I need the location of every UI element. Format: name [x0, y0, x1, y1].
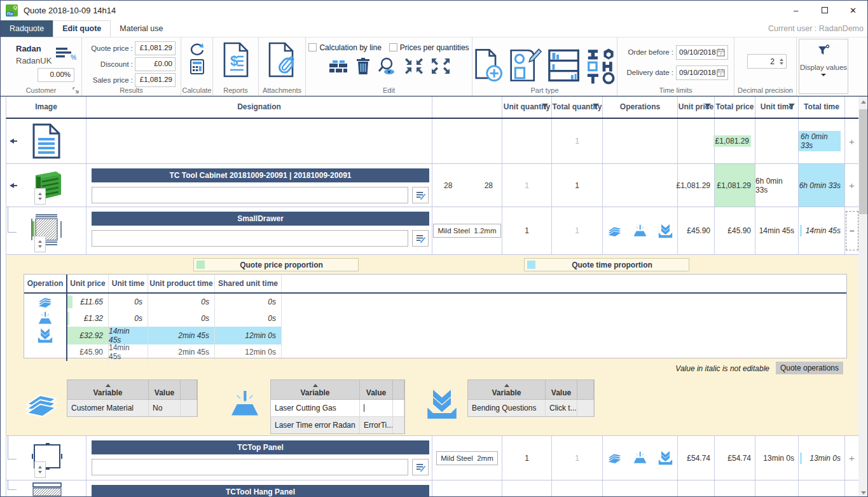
expand-all-icon[interactable] — [431, 57, 451, 75]
unit-time-cell[interactable]: 14min 45s — [755, 207, 799, 254]
col-designation[interactable]: Designation — [86, 97, 432, 118]
prices-per-quantities-checkbox[interactable]: Prices per quantities — [389, 43, 469, 52]
laser-operation-icon[interactable] — [631, 451, 649, 465]
tab-edit-quote[interactable]: Edit quote — [53, 20, 111, 37]
edit-part-icon[interactable] — [507, 47, 541, 84]
bending-operation-icon[interactable] — [657, 451, 674, 465]
col-total-price[interactable]: Total price — [715, 97, 755, 118]
col-total-quantity[interactable]: Total quantity — [552, 97, 603, 118]
operation-row-cutting[interactable]: £11.65 0s 0s 0s — [24, 294, 846, 310]
scrollbar-thumb[interactable] — [859, 109, 868, 214]
unit-quantity-cell[interactable]: 1 — [502, 164, 552, 207]
assembly-row[interactable]: TC Tool Cabinet 20181009-20091 | 2018100… — [6, 164, 858, 207]
col-unit-quantity[interactable]: Unit quantity — [502, 97, 552, 118]
variable-row[interactable]: Bending QuestionsClick t... — [468, 400, 594, 416]
discount-field[interactable]: £0.00 — [135, 57, 176, 71]
minimize-icon[interactable]: – — [782, 1, 810, 20]
material-box[interactable]: Mild Steel 2mm — [436, 451, 497, 465]
variable-row[interactable]: Laser Cutting Gas — [271, 400, 404, 417]
expand-row-button[interactable]: + — [849, 180, 855, 191]
operation-row-bending[interactable]: £32.92 14min 45s 2min 45s 12min 0s — [24, 327, 846, 343]
new-part-icon[interactable] — [472, 47, 502, 84]
quote-operations-label[interactable]: Quote operations — [776, 362, 843, 374]
delivery-date-field[interactable]: 09/10/2018 — [676, 65, 728, 80]
total-quantity-cell[interactable]: 1 — [552, 119, 603, 163]
spin-down-icon[interactable] — [780, 62, 783, 65]
reports-button[interactable]: $ Reports — [213, 37, 259, 95]
total-price-cell[interactable]: £54.74 — [715, 436, 755, 480]
part-row-tctop-panel[interactable]: TCTop Panel Mild Steel 2mm 1 1 £54.74 £5… — [6, 436, 858, 480]
spin-up-icon[interactable] — [780, 58, 783, 61]
unit-time-cell[interactable]: 6h 0min 33s — [755, 164, 799, 207]
attachments-button[interactable]: Attachments — [259, 37, 306, 95]
unit-time-cell[interactable]: 13min 0s — [755, 436, 799, 480]
expand-row-button[interactable]: + — [849, 136, 855, 147]
dialog-launcher-icon[interactable] — [72, 87, 79, 93]
part-row-hang-panel[interactable]: TCTool Hang Panel — [6, 480, 858, 497]
group-results-label: Results — [82, 86, 181, 94]
quantity-stepper[interactable] — [34, 236, 46, 252]
collapse-row-button[interactable]: − — [846, 211, 858, 250]
scroll-up-icon[interactable] — [858, 97, 868, 107]
cutting-operation-icon[interactable] — [606, 224, 623, 238]
tab-radquote[interactable]: Radquote — [1, 20, 53, 37]
variable-row[interactable]: Customer MaterialNo — [67, 400, 197, 416]
col-unit-price[interactable]: Unit price — [678, 97, 715, 118]
calculation-by-line-checkbox[interactable]: Calculation by line — [308, 43, 381, 52]
col-unit-time[interactable]: Unit time — [755, 97, 799, 118]
collapse-all-icon[interactable] — [404, 57, 424, 75]
quantity-stepper[interactable] — [34, 461, 46, 478]
quote-summary-row[interactable]: 1 £1,081.29 6h 0min 33s + — [6, 119, 858, 164]
vertical-scrollbar[interactable] — [858, 97, 868, 497]
operation-row-laser[interactable]: £1.32 0s 0s 0s — [24, 310, 846, 327]
scroll-down-icon[interactable] — [861, 491, 866, 494]
total-quantity-cell[interactable]: 1 — [552, 436, 603, 480]
col-operations[interactable]: Operations — [603, 97, 678, 118]
delete-trash-icon[interactable] — [355, 58, 371, 75]
col-total-time[interactable]: Total time — [799, 97, 845, 118]
column-filter-icon[interactable] — [542, 104, 548, 111]
notes-button[interactable] — [412, 459, 429, 475]
expand-row-button[interactable]: + — [849, 453, 855, 463]
total-price-cell[interactable]: £45.90 — [715, 207, 755, 254]
customer-discount-field[interactable]: 0.00% — [38, 68, 74, 82]
material-box[interactable]: Mild Steel 1.2mm — [433, 224, 500, 238]
laser-operation-icon[interactable] — [631, 224, 649, 238]
close-icon[interactable]: ✕ — [839, 1, 867, 20]
designation-note-input[interactable] — [92, 459, 408, 475]
display-values-button[interactable]: Display values — [799, 39, 848, 94]
assembly-shelf-icon[interactable] — [547, 47, 581, 84]
unit-quantity-cell[interactable]: 1 — [502, 436, 552, 480]
quantity-stepper[interactable] — [34, 188, 46, 205]
search-view-icon[interactable] — [377, 57, 397, 75]
column-filter-icon[interactable] — [705, 104, 711, 111]
total-quantity-cell[interactable]: 1 — [552, 164, 603, 207]
hardware-icon[interactable] — [586, 46, 617, 85]
order-before-field[interactable]: 09/10/2018 — [676, 45, 728, 60]
unit-quantity-cell[interactable]: 1 — [502, 207, 552, 254]
total-time-cell[interactable]: 6h 0min 33s — [799, 164, 845, 207]
total-price-cell[interactable]: £1,081.29 — [715, 164, 755, 207]
maximize-icon[interactable] — [810, 1, 839, 20]
bending-operation-icon[interactable] — [657, 224, 674, 238]
part-row-smalldrawer[interactable]: SmallDrawer Mild Steel 1.2mm 1 1 £45.90 … — [6, 207, 858, 255]
calculate-button[interactable]: Calculate — [181, 37, 213, 95]
cutting-operation-icon[interactable] — [606, 451, 623, 465]
tab-material-use[interactable]: Material use — [111, 21, 172, 37]
sales-price-field[interactable]: £1,081.29 — [135, 73, 176, 87]
decimal-precision-stepper[interactable]: 2 — [747, 54, 787, 69]
column-filter-icon[interactable] — [789, 104, 795, 111]
unit-price-cell[interactable]: £45.90 — [678, 207, 715, 254]
variable-row[interactable]: Laser Time error RadanErrorTi... — [271, 417, 404, 433]
notes-button[interactable] — [412, 187, 429, 203]
total-quantity-cell[interactable]: 1 — [552, 207, 603, 254]
build-wall-icon[interactable] — [327, 58, 349, 74]
quote-price-field[interactable]: £1,081.29 — [135, 41, 176, 55]
designation-note-input[interactable] — [92, 187, 408, 203]
designation-note-input[interactable] — [92, 230, 408, 247]
unit-price-cell[interactable]: £1,081.29 — [678, 164, 715, 207]
unit-price-cell[interactable]: £54.74 — [678, 436, 715, 480]
column-filter-icon[interactable] — [593, 104, 599, 111]
notes-button[interactable] — [412, 230, 429, 247]
col-image[interactable]: Image — [6, 97, 86, 118]
